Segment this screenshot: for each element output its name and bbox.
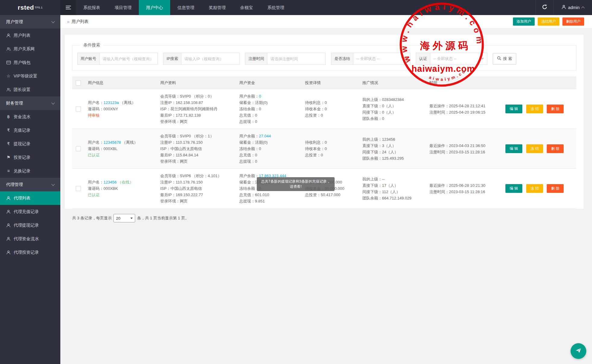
freeze-filter-group: 是否冻结 -- 全部状态 --	[331, 53, 410, 65]
row-checkbox[interactable]	[76, 106, 81, 111]
person-icon	[6, 223, 11, 228]
username-label: 用户名：	[88, 180, 103, 184]
sidebar-item-agent-recharge[interactable]: 代理充值记录	[0, 205, 60, 218]
sidebar-item-recharge-records[interactable]: ₹ 充值记录	[0, 124, 60, 137]
funds-frozen: 冻结余额：0	[239, 106, 305, 112]
col-user-profile: 用户资料	[160, 77, 239, 89]
search-button[interactable]: 搜 索	[493, 53, 516, 64]
row-checkbox[interactable]	[76, 146, 81, 151]
promo-team-balance: 团队余额：664.712.149.029	[362, 195, 429, 201]
people-icon	[6, 47, 11, 51]
balance-link[interactable]: 27.044	[259, 134, 271, 138]
username-link[interactable]: 123456	[103, 180, 116, 184]
promo-upline: 我的上级：0283482384	[362, 96, 429, 103]
sidebar-item-leader-settings[interactable]: 团长设置	[0, 83, 60, 96]
sidebar-item-exchange-records[interactable]: ≡ 兑换记录	[0, 164, 60, 178]
sidebar-item-withdraw-records[interactable]: ₹ 提现记录	[0, 137, 60, 151]
delete-button[interactable]: 删除	[547, 105, 564, 113]
delete-user-button[interactable]: 删除用户	[562, 17, 584, 26]
item-label: 团长设置	[14, 83, 30, 96]
delete-button[interactable]: 删除	[547, 184, 564, 193]
edit-button[interactable]: 编辑	[505, 144, 522, 153]
freeze-button[interactable]: 冻结	[526, 144, 543, 153]
username-link[interactable]: 123123a	[103, 100, 119, 105]
funds-recharge: 总充值：601.010	[239, 192, 305, 198]
last-operation-time: 最近操作：2023-04-03 21:36:50	[429, 143, 505, 149]
hamburger-icon	[66, 6, 71, 10]
ip-input[interactable]	[181, 53, 239, 64]
select-all-checkbox[interactable]	[76, 80, 81, 86]
group-label: 财务管理	[6, 96, 52, 110]
register-time: 注册时间：2023-03-15 11:28:16	[429, 149, 505, 155]
item-label: 充值记录	[14, 124, 30, 137]
sidebar-item-user-network[interactable]: 用户关系网	[0, 42, 60, 56]
username-link[interactable]: 12345678	[103, 140, 121, 145]
profile-level: 会员等级：SVIP6 （积分：4.101）	[160, 173, 239, 179]
group-label: 用户管理	[6, 15, 52, 29]
freeze-filter-select[interactable]: -- 全部状态 --	[353, 53, 410, 64]
sidebar-item-agent-invest[interactable]: 代理投资记录	[0, 246, 60, 259]
refresh-button[interactable]	[536, 0, 553, 15]
ip-search-group: IP搜索	[163, 53, 240, 65]
item-label: 提现记录	[14, 137, 30, 151]
star-icon: ☆	[6, 69, 11, 83]
page-size-select[interactable]: 20	[113, 214, 135, 222]
sidebar-toggle-button[interactable]	[60, 0, 76, 15]
nav-item-rewards[interactable]: 奖励管理	[202, 0, 233, 15]
invest-total: 总投资：50.417.000	[305, 192, 362, 198]
sidebar-item-invest-records[interactable]: ⚑ 投资记录	[0, 151, 60, 164]
username-label: 用户名：	[88, 100, 103, 105]
sidebar-group-agent[interactable]: 代理管理	[0, 178, 60, 191]
table-row: 用户名：12345678 （离线） 邀请码：000XBL 已认证 会员等级：SV…	[72, 129, 576, 169]
edit-button[interactable]: 编辑	[505, 105, 522, 113]
profile-isp: ISP：中国山西太原电信	[160, 185, 239, 192]
add-user-button[interactable]: 添加用户	[513, 17, 535, 26]
nav-item-system[interactable]: 系统管理	[260, 0, 291, 15]
profile-last-ip: 最后IP：172.71.82.138	[160, 112, 239, 118]
freeze-button[interactable]: 冻结	[526, 184, 543, 193]
admin-menu[interactable]: admin	[553, 0, 592, 15]
nav-item-projects[interactable]: 项目管理	[107, 0, 139, 15]
funds-withdraw: 总提现：0	[239, 158, 305, 165]
account-input[interactable]	[100, 53, 158, 64]
promo-indirect: 间接下级：24（人）	[362, 149, 429, 155]
sidebar-group-finance[interactable]: 财务管理	[0, 96, 60, 110]
sidebar-group-user-mgmt[interactable]: 用户管理	[0, 15, 60, 29]
balance-link[interactable]: 0	[259, 94, 261, 99]
sidebar-item-fund-flow[interactable]: ฿ 资金流水	[0, 110, 60, 124]
item-label: 代理列表	[14, 191, 30, 205]
sidebar-item-vip-settings[interactable]: ☆ VIP等级设置	[0, 69, 60, 83]
freeze-button[interactable]: 冻结	[526, 105, 543, 113]
search-panel: 条件搜索 用户账号 IP搜索 注册时间 是否冻结	[72, 42, 576, 71]
row-checkbox[interactable]	[76, 186, 81, 191]
search-button-label: 搜 索	[503, 56, 512, 61]
nav-item-info[interactable]: 信息管理	[170, 0, 202, 15]
edit-button[interactable]: 编辑	[505, 184, 522, 193]
freeze-user-button[interactable]: 冻结用户	[538, 17, 559, 26]
delete-button[interactable]: 删除	[547, 144, 564, 153]
nav-item-user-center[interactable]: 用户中心	[139, 0, 170, 15]
list-icon: ≡	[6, 164, 11, 178]
sidebar-item-user-list[interactable]: 用户列表	[0, 29, 60, 42]
username-label: 用户名：	[88, 140, 103, 145]
customer-service-float-button[interactable]	[571, 343, 586, 359]
sidebar-item-user-wallet[interactable]: 用户钱包	[0, 56, 60, 69]
nav-item-reports[interactable]: 系统报表	[76, 0, 107, 15]
sidebar-item-agent-list[interactable]: 代理列表	[0, 191, 60, 205]
search-legend: 条件搜索	[80, 42, 103, 48]
pagination-prefix: 共 3 条记录，每页显示	[72, 215, 112, 221]
promo-upline: 我的上级：--	[362, 176, 429, 182]
sidebar-item-agent-fund-flow[interactable]: 代理资金流水	[0, 232, 60, 246]
account-label: 用户账号	[78, 53, 100, 64]
verify-filter-select[interactable]: -- 全部状态 --	[430, 53, 487, 64]
profile-reg-ip: 注册IP：110.178.76.150	[160, 179, 239, 185]
funds-recharge: 总充值：0	[239, 112, 305, 118]
notification-toast: 总共7条新的提现记录和3条新的充值记录，请查看!	[257, 177, 335, 191]
nav-item-yuebao[interactable]: 余额宝	[233, 0, 260, 15]
regtime-group: 注册时间	[245, 53, 326, 65]
regtime-input[interactable]	[267, 53, 325, 64]
chevron-down-icon	[51, 101, 55, 104]
sidebar-item-agent-withdraw[interactable]: 代理提现记录	[0, 218, 60, 232]
funds-savings: 储蓄金：活期(0)	[239, 99, 305, 106]
item-label: 代理充值记录	[14, 205, 39, 218]
